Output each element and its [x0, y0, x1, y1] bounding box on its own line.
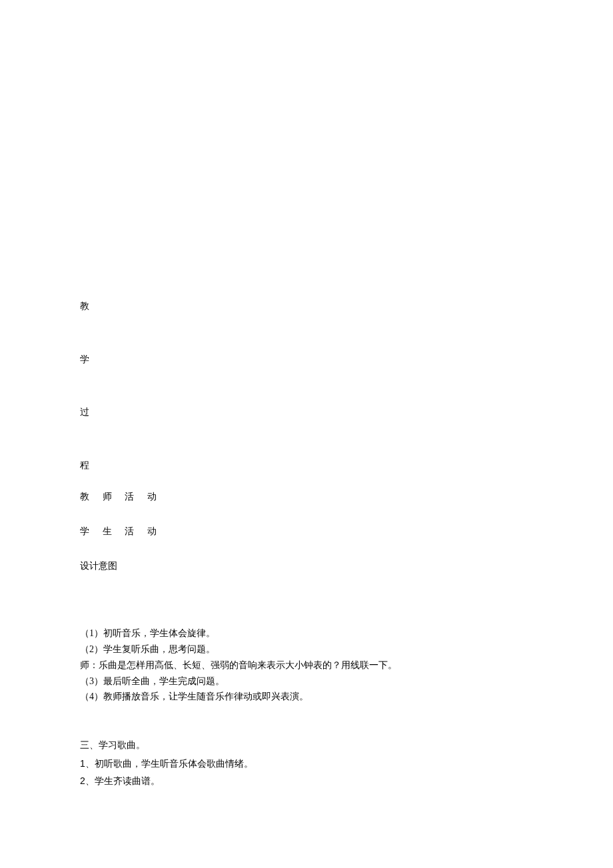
content-item-1: （1）初听音乐，学生体会旋律。 — [80, 626, 533, 642]
content-block: （1）初听音乐，学生体会旋律。 （2）学生复听乐曲，思考问题。 师：乐曲是怎样用… — [80, 626, 533, 705]
section-3-title: 三、学习歌曲。 — [80, 737, 533, 755]
content-item-2: （2）学生复听乐曲，思考问题。 — [80, 642, 533, 657]
design-intent-label: 设计意图 — [80, 560, 533, 573]
section-3-line-2: 2、学生齐读曲谱。 — [80, 772, 533, 790]
vertical-char-2: 学 — [80, 353, 533, 366]
vertical-char-4: 程 — [80, 459, 533, 472]
content-item-4: （4）教师播放音乐，让学生随音乐作律动或即兴表演。 — [80, 689, 533, 705]
section-3-line-1: 1、初听歌曲，学生听音乐体会歌曲情绪。 — [80, 755, 533, 773]
content-item-3: （3）最后听全曲，学生完成问题。 — [80, 673, 533, 689]
section-3: 三、学习歌曲。 1、初听歌曲，学生听音乐体会歌曲情绪。 2、学生齐读曲谱。 — [80, 737, 533, 790]
student-activity-label: 学 生 活 动 — [80, 525, 533, 538]
teacher-note: 师：乐曲是怎样用高低、长短、强弱的音响来表示大小钟表的？用线联一下。 — [80, 657, 533, 673]
vertical-char-1: 教 — [80, 300, 533, 313]
teacher-activity-label: 教 师 活 动 — [80, 490, 533, 504]
vertical-char-3: 过 — [80, 406, 533, 419]
vertical-header: 教 学 过 程 — [80, 300, 533, 472]
